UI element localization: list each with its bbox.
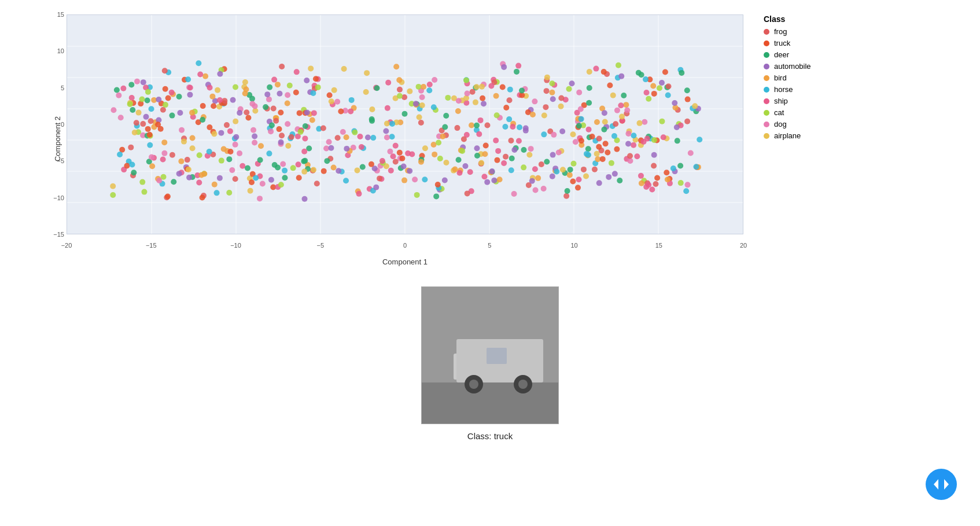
svg-rect-23 — [422, 287, 559, 424]
truck-svg — [422, 287, 559, 424]
y-tick-5: 5 — [46, 84, 67, 91]
legend-label-horse: horse — [774, 85, 793, 94]
y-tick-neg10: −10 — [46, 194, 67, 201]
y-axis-label: Component 2 — [53, 116, 62, 161]
x-tick-5: 5 — [488, 242, 491, 249]
legend-dot-horse — [764, 87, 769, 93]
legend-label-bird: bird — [774, 73, 787, 82]
legend-dot-ship — [764, 98, 769, 104]
legend-dot-truck — [764, 41, 769, 46]
legend-item-dog: dog — [764, 120, 811, 128]
legend-label-airplane: airplane — [774, 131, 801, 140]
legend-label-truck: truck — [774, 39, 790, 47]
legend-item-horse: horse — [764, 85, 811, 94]
nav-icon — [934, 479, 949, 490]
image-section: Class: truck — [0, 286, 980, 441]
legend: Class frog truck deer automobile bird ho… — [764, 14, 811, 143]
x-tick-20: 20 — [740, 242, 747, 249]
legend-item-truck: truck — [764, 39, 811, 47]
legend-item-automobile: automobile — [764, 62, 811, 71]
x-tick-neg5: −5 — [316, 242, 324, 249]
legend-label-cat: cat — [774, 108, 784, 117]
scatter-svg — [67, 15, 743, 234]
x-axis-label: Component 1 — [67, 258, 743, 266]
svg-marker-24 — [934, 479, 938, 490]
legend-item-bird: bird — [764, 73, 811, 82]
y-tick-neg15: −15 — [46, 231, 67, 238]
nav-button[interactable] — [926, 469, 957, 500]
legend-label-deer: deer — [774, 50, 789, 59]
x-tick-neg20: −20 — [61, 242, 72, 249]
legend-title: Class — [764, 14, 811, 24]
legend-item-airplane: airplane — [764, 131, 811, 140]
x-tick-15: 15 — [655, 242, 662, 249]
svg-marker-25 — [944, 479, 949, 490]
x-tick-neg15: −15 — [146, 242, 157, 249]
legend-item-deer: deer — [764, 50, 811, 59]
y-tick-15: 15 — [46, 11, 67, 18]
legend-dot-dog — [764, 122, 769, 127]
legend-label-ship: ship — [774, 97, 788, 105]
legend-label-automobile: automobile — [774, 62, 811, 71]
legend-label-dog: dog — [774, 120, 787, 128]
legend-item-cat: cat — [764, 108, 811, 117]
plot-area — [67, 14, 743, 234]
legend-dot-deer — [764, 52, 769, 58]
legend-dot-automobile — [764, 64, 769, 69]
truck-image — [421, 286, 559, 424]
scatter-plot: Component 2 — [32, 9, 755, 269]
legend-dot-airplane — [764, 133, 769, 139]
legend-dot-frog — [764, 29, 769, 35]
y-tick-10: 10 — [46, 47, 67, 54]
legend-dot-cat — [764, 110, 769, 116]
legend-items: frog truck deer automobile bird horse sh… — [764, 27, 811, 140]
x-tick-neg10: −10 — [230, 242, 241, 249]
x-tick-10: 10 — [570, 242, 577, 249]
x-tick-0: 0 — [403, 242, 407, 249]
legend-item-ship: ship — [764, 97, 811, 105]
legend-label-frog: frog — [774, 27, 787, 36]
image-caption: Class: truck — [467, 431, 513, 441]
legend-item-frog: frog — [764, 27, 811, 36]
legend-dot-bird — [764, 75, 769, 81]
